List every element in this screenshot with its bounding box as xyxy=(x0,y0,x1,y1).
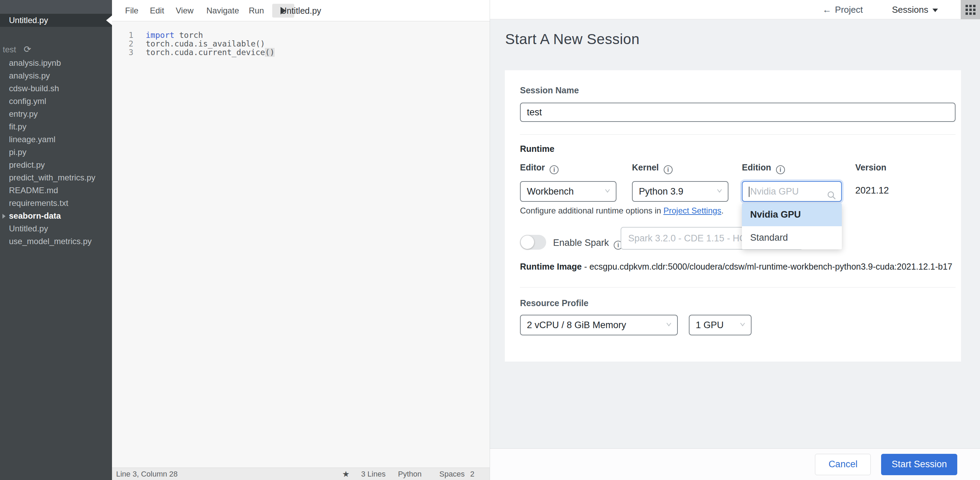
code-line[interactable]: 1import torch xyxy=(112,31,490,40)
star-icon[interactable]: ★ xyxy=(342,468,350,480)
code-token: torch.cuda.is_available() xyxy=(146,39,265,48)
spaces-label: Spaces xyxy=(439,470,465,478)
file-list: analysis.ipynbanalysis.pycdsw-build.shco… xyxy=(0,57,112,247)
sessions-dropdown[interactable]: Sessions xyxy=(892,0,938,19)
back-to-project-link[interactable]: ←Project xyxy=(822,0,863,19)
gpu-select-value: 1 GPU xyxy=(696,320,724,330)
form-footer: Cancel Start Session xyxy=(490,448,980,480)
status-language[interactable]: Python xyxy=(398,468,422,480)
session-form-card: Session Name Runtime Editori Kerneli Edi… xyxy=(505,70,961,361)
info-icon[interactable]: i xyxy=(550,165,558,174)
info-icon[interactable]: i xyxy=(776,165,785,174)
file-list-item[interactable]: cdsw-build.sh xyxy=(0,82,112,95)
edition-label-text: Edition xyxy=(742,163,771,172)
configure-text: Configure additional runtime options in xyxy=(520,206,663,215)
start-session-button[interactable]: Start Session xyxy=(881,454,957,475)
enable-spark-toggle[interactable] xyxy=(520,235,546,250)
code-line[interactable]: 2torch.cuda.is_available() xyxy=(112,40,490,48)
project-row: test ⟳ xyxy=(3,44,31,55)
cancel-button[interactable]: Cancel xyxy=(815,454,871,475)
file-list-item[interactable]: README.md xyxy=(0,184,112,196)
panel-header: ←Project Sessions xyxy=(490,0,980,19)
file-list-item[interactable]: entry.py xyxy=(0,108,112,120)
file-name: fit.py xyxy=(9,122,27,131)
code-editor-pane: Untitled.py FileEditViewNavigateRun 1imp… xyxy=(112,0,490,480)
menu-run[interactable]: Run xyxy=(249,0,264,21)
menu-edit[interactable]: Edit xyxy=(150,0,164,21)
session-panel: ←Project Sessions Start A New Session Se… xyxy=(490,0,980,480)
chevron-down-icon xyxy=(717,188,722,193)
file-name: analysis.py xyxy=(9,71,50,80)
menu-file[interactable]: File xyxy=(125,0,138,21)
file-name: config.yml xyxy=(9,97,46,106)
divider xyxy=(520,134,956,135)
project-settings-link[interactable]: Project Settings xyxy=(663,206,721,215)
edition-option-nvidia-gpu[interactable]: Nvidia GPU xyxy=(742,203,842,226)
file-name: pi.py xyxy=(9,147,27,157)
editor-label-text: Editor xyxy=(520,163,545,172)
file-name: entry.py xyxy=(9,109,38,119)
session-name-label: Session Name xyxy=(520,86,579,95)
file-list-folder[interactable]: seaborn-data xyxy=(0,209,112,222)
gpu-select[interactable]: 1 GPU xyxy=(689,315,751,335)
back-arrow-icon: ← xyxy=(822,5,832,15)
file-list-item[interactable]: analysis.ipynb xyxy=(0,57,112,69)
app-grid-button[interactable] xyxy=(961,0,980,19)
code-token: () xyxy=(265,48,275,57)
sidebar-collapse-arrow-icon[interactable] xyxy=(106,16,112,25)
session-name-input[interactable] xyxy=(520,103,956,122)
file-list-item[interactable]: pi.py xyxy=(0,146,112,158)
back-project-label: Project xyxy=(835,5,863,15)
runtime-image-line: Runtime Image - ecsgpu.cdpkvm.cldr:5000/… xyxy=(520,262,953,272)
folder-expand-arrow-icon[interactable] xyxy=(2,214,5,219)
info-icon[interactable]: i xyxy=(664,165,673,174)
refresh-icon[interactable]: ⟳ xyxy=(24,44,31,55)
sidebar-top-band xyxy=(0,0,112,14)
spaces-value: 2 xyxy=(470,470,474,478)
file-list-item[interactable]: Untitled.py xyxy=(0,222,112,235)
edition-combobox[interactable]: Nvidia GPU xyxy=(742,181,842,202)
file-list-item[interactable]: predict.py xyxy=(0,158,112,171)
resource-profile-select[interactable]: 2 vCPU / 8 GiB Memory xyxy=(520,315,678,335)
file-list-item[interactable]: predict_with_metrics.py xyxy=(0,171,112,184)
editor-statusbar: Line 3, Column 28 ★ 3 Lines Python Space… xyxy=(112,467,490,480)
file-list-item[interactable]: lineage.yaml xyxy=(0,133,112,146)
code-line[interactable]: 3torch.cuda.current_device() xyxy=(112,48,490,57)
file-name: README.md xyxy=(9,185,58,195)
menu-navigate[interactable]: Navigate xyxy=(207,0,239,21)
chevron-down-icon xyxy=(666,322,671,327)
file-name: analysis.ipynb xyxy=(9,58,61,68)
version-value: 2021.12 xyxy=(855,185,889,196)
code-area[interactable]: 1import torch2torch.cuda.is_available()3… xyxy=(112,21,490,57)
status-line-column: Line 3, Column 28 xyxy=(116,468,178,480)
edition-option-standard[interactable]: Standard xyxy=(742,226,842,249)
editor-menubar: Untitled.py FileEditViewNavigateRun xyxy=(112,0,490,21)
file-name: predict_with_metrics.py xyxy=(9,173,95,182)
kernel-select[interactable]: Python 3.9 xyxy=(632,181,729,202)
code-token: torch xyxy=(174,31,203,40)
open-file-tab[interactable]: Untitled.py xyxy=(0,14,112,27)
line-number: 2 xyxy=(112,40,134,48)
editor-select[interactable]: Workbench xyxy=(520,181,616,202)
file-list-item[interactable]: requirements.txt xyxy=(0,196,112,209)
grid-icon xyxy=(966,5,975,15)
sessions-label: Sessions xyxy=(892,5,929,15)
toggle-knob xyxy=(521,236,534,249)
runtime-section-label: Runtime xyxy=(520,144,554,154)
project-name: test xyxy=(3,45,16,54)
menu-view[interactable]: View xyxy=(176,0,194,21)
status-indentation[interactable]: Spaces2 xyxy=(434,468,474,480)
open-file-name: Untitled.py xyxy=(9,16,48,25)
file-list-item[interactable]: fit.py xyxy=(0,120,112,133)
status-line-count: 3 Lines xyxy=(361,468,386,480)
configure-runtime-note: Configure additional runtime options in … xyxy=(520,206,724,215)
kernel-label-text: Kernel xyxy=(632,163,659,172)
file-name: seaborn-data xyxy=(9,211,61,220)
editor-select-value: Workbench xyxy=(527,186,574,196)
file-list-item[interactable]: config.yml xyxy=(0,95,112,108)
version-label: Version xyxy=(855,163,886,173)
enable-spark-text: Enable Spark xyxy=(553,238,609,248)
file-list-item[interactable]: analysis.py xyxy=(0,69,112,82)
file-list-item[interactable]: use_model_metrics.py xyxy=(0,235,112,247)
file-name: predict.py xyxy=(9,160,45,170)
